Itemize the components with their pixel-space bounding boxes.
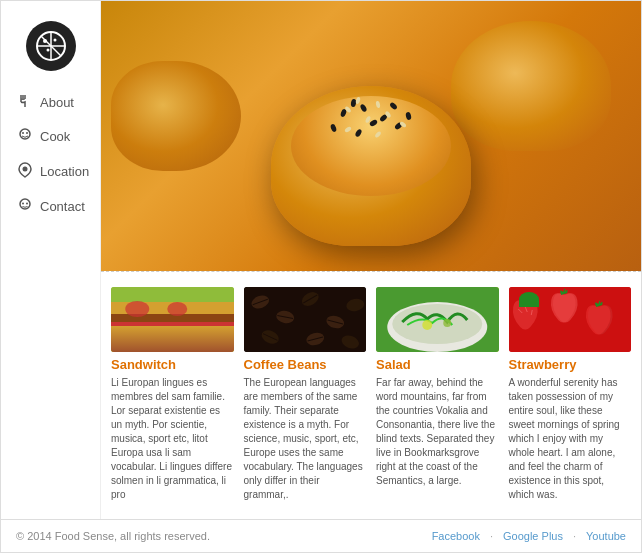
contact-icon <box>16 197 34 216</box>
card-salad-image <box>376 287 499 352</box>
sidebar-item-cook[interactable]: Cook <box>1 119 100 154</box>
svg-point-23 <box>125 301 149 317</box>
svg-point-15 <box>22 203 24 205</box>
bun-right <box>451 21 611 151</box>
card-salad: Salad Far far away, behind the word moun… <box>376 287 499 502</box>
footer: © 2014 Food Sense, all rights reserved. … <box>1 519 641 552</box>
footer-links: Facebook · Google Plus · Youtube <box>432 530 626 542</box>
content-area: About Cook Location Contact <box>1 1 641 519</box>
card-salad-text: Far far away, behind the word mountains,… <box>376 376 499 488</box>
bun-left <box>111 61 241 171</box>
cards-section: Sandwitch Li Europan lingues es membres … <box>101 271 641 517</box>
card-sandwich-text: Li Europan lingues es membres del sam fa… <box>111 376 234 502</box>
hero-image <box>101 1 641 271</box>
sidebar: About Cook Location Contact <box>1 1 101 519</box>
hero-bun <box>101 1 641 271</box>
svg-point-4 <box>43 39 47 43</box>
footer-divider-2: · <box>573 530 576 542</box>
logo-icon <box>35 30 67 62</box>
footer-link-googleplus[interactable]: Google Plus <box>503 530 563 542</box>
svg-point-11 <box>22 132 24 134</box>
card-strawberry-text: A wonderful serenity has taken possessio… <box>509 376 632 502</box>
card-coffee: Coffee Beans The European languages are … <box>244 287 367 502</box>
svg-point-5 <box>53 39 56 42</box>
bun-main <box>271 86 471 246</box>
footer-link-facebook[interactable]: Facebook <box>432 530 480 542</box>
card-sandwich: Sandwitch Li Europan lingues es membres … <box>111 287 234 502</box>
svg-point-24 <box>167 302 187 316</box>
sidebar-item-location-label: Location <box>40 164 89 179</box>
card-salad-title: Salad <box>376 357 499 372</box>
location-icon <box>16 162 34 181</box>
sidebar-item-cook-label: Cook <box>40 129 70 144</box>
sidebar-item-about[interactable]: About <box>1 86 100 119</box>
svg-point-12 <box>26 132 28 134</box>
card-coffee-text: The European languages are members of th… <box>244 376 367 502</box>
svg-point-43 <box>422 320 432 330</box>
card-coffee-title: Coffee Beans <box>244 357 367 372</box>
svg-rect-22 <box>111 340 234 352</box>
sidebar-item-about-label: About <box>40 95 74 110</box>
svg-point-13 <box>23 167 28 172</box>
logo[interactable] <box>26 21 76 71</box>
fork-icon <box>16 94 34 111</box>
cook-icon <box>16 127 34 146</box>
svg-point-6 <box>46 49 49 52</box>
footer-divider-1: · <box>490 530 493 542</box>
card-coffee-image <box>244 287 367 352</box>
sidebar-item-contact-label: Contact <box>40 199 85 214</box>
svg-point-44 <box>443 319 451 327</box>
cards-grid: Sandwitch Li Europan lingues es membres … <box>111 287 631 502</box>
copyright: © 2014 Food Sense, all rights reserved. <box>16 530 210 542</box>
card-sandwich-title: Sandwitch <box>111 357 234 372</box>
sidebar-item-contact[interactable]: Contact <box>1 189 100 224</box>
logo-area <box>1 11 100 86</box>
footer-link-youtube[interactable]: Youtube <box>586 530 626 542</box>
svg-point-42 <box>392 304 482 344</box>
svg-rect-21 <box>111 332 234 340</box>
svg-rect-20 <box>111 322 234 332</box>
svg-rect-19 <box>111 314 234 322</box>
page-wrapper: About Cook Location Contact <box>0 0 642 553</box>
sesame-seeds <box>301 94 441 164</box>
card-strawberry-image <box>509 287 632 352</box>
svg-point-16 <box>26 203 28 205</box>
sidebar-item-location[interactable]: Location <box>1 154 100 189</box>
card-strawberry-title: Strawberry <box>509 357 632 372</box>
card-sandwich-image <box>111 287 234 352</box>
card-strawberry: Strawberry A wonderful serenity has take… <box>509 287 632 502</box>
main-content: Sandwitch Li Europan lingues es membres … <box>101 1 641 519</box>
